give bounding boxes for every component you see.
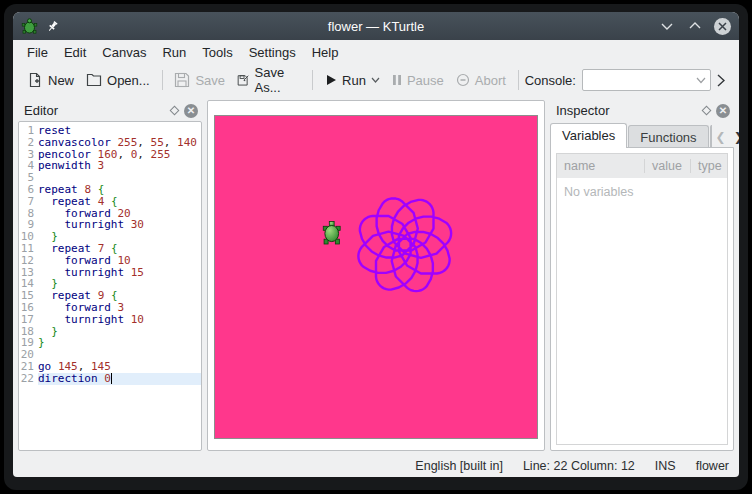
toolbar-separator	[518, 70, 519, 90]
variables-view: name value type No variables	[550, 147, 734, 451]
inspector-panel-header[interactable]: Inspector ✕	[550, 100, 734, 121]
no-variables-text: No variables	[557, 178, 727, 206]
editor-panel-header[interactable]: Editor ✕	[18, 100, 202, 121]
pause-button-label: Pause	[407, 73, 444, 88]
abort-icon	[456, 73, 470, 87]
window-title: flower — KTurtle	[13, 19, 739, 34]
pin-icon[interactable]	[46, 20, 59, 33]
code-editor[interactable]: 1reset2canvascolor 255, 55, 1403pencolor…	[18, 121, 202, 451]
run-button-label: Run	[342, 73, 366, 88]
main-area: Editor ✕ 1reset2canvascolor 255, 55, 140…	[13, 96, 739, 455]
pause-button[interactable]: Pause	[386, 69, 450, 92]
save-as-icon	[237, 72, 249, 88]
code-line[interactable]: 22direction 0	[19, 373, 201, 385]
column-name[interactable]: name	[557, 159, 645, 173]
open-folder-icon	[86, 72, 102, 88]
console-chevron-icon[interactable]	[696, 77, 706, 84]
text-cursor	[111, 373, 112, 384]
tab-scroll-left-icon[interactable]: ❮	[716, 130, 726, 144]
line-number: 22	[19, 373, 38, 385]
menu-bar: FileEditCanvasRunToolsSettingsHelp	[13, 40, 739, 64]
run-button[interactable]: Run	[319, 69, 386, 92]
line-number: 21	[19, 361, 38, 373]
new-button[interactable]: New	[21, 68, 80, 92]
column-type[interactable]: type	[691, 159, 729, 173]
save-button-label: Save	[195, 73, 225, 88]
save-as-button-label: Save As...	[255, 65, 301, 95]
variables-table-header: name value type	[557, 154, 727, 178]
open-button[interactable]: Open...	[80, 68, 156, 92]
abort-button[interactable]: Abort	[450, 69, 512, 92]
run-speed-chevron-icon[interactable]	[371, 77, 380, 83]
new-button-label: New	[48, 73, 74, 88]
window-frame: flower — KTurtle	[4, 4, 748, 490]
line-number: 11	[19, 243, 38, 255]
abort-button-label: Abort	[475, 73, 506, 88]
menu-item-help[interactable]: Help	[304, 42, 347, 63]
tab-functions[interactable]: Functions	[628, 125, 708, 148]
new-file-icon	[27, 72, 43, 88]
open-button-label: Open...	[107, 73, 150, 88]
editor-panel: Editor ✕ 1reset2canvascolor 255, 55, 140…	[18, 100, 202, 451]
toolbar-separator	[162, 70, 163, 90]
kturtle-app-icon	[21, 18, 38, 35]
inspector-tabs: Variables Functions ❮ ❯	[550, 123, 734, 148]
inspector-panel-title: Inspector	[556, 103, 609, 118]
save-icon	[174, 72, 190, 88]
console-input[interactable]	[582, 69, 711, 91]
editor-close-icon[interactable]: ✕	[184, 104, 198, 118]
status-language: English [built in]	[415, 459, 503, 473]
canvas-region	[207, 100, 545, 451]
title-bar[interactable]: flower — KTurtle	[13, 12, 739, 40]
status-bar: English [built in] Line: 22 Column: 12 I…	[13, 455, 739, 477]
column-value[interactable]: value	[645, 159, 691, 173]
code-line[interactable]: 18 }	[19, 326, 201, 338]
menu-item-settings[interactable]: Settings	[241, 42, 304, 63]
status-script-name: flower	[696, 459, 729, 473]
menu-item-edit[interactable]: Edit	[56, 42, 94, 63]
tab-scroll-right-icon[interactable]: ❯	[734, 130, 739, 144]
status-cursor-position: Line: 22 Column: 12	[523, 459, 635, 473]
menu-item-run[interactable]: Run	[154, 42, 194, 63]
inspector-close-icon[interactable]: ✕	[716, 104, 730, 118]
console-label: Console:	[525, 73, 576, 88]
minimize-button[interactable]	[658, 17, 676, 35]
status-input-mode: INS	[655, 459, 676, 473]
editor-float-icon[interactable]	[170, 106, 180, 116]
toolbar-overflow-button[interactable]	[711, 72, 731, 89]
turtle-canvas	[214, 115, 538, 439]
editor-panel-title: Editor	[24, 103, 58, 118]
inspector-panel: Inspector ✕ Variables Functions ❮ ❯	[550, 100, 734, 451]
pause-icon	[392, 74, 402, 86]
line-number: 2	[19, 137, 38, 149]
line-number: 7	[19, 196, 38, 208]
maximize-button[interactable]	[686, 17, 704, 35]
code-line[interactable]: 4penwidth 3	[19, 160, 201, 172]
tab-variables[interactable]: Variables	[550, 123, 627, 148]
toolbar-separator	[312, 70, 313, 90]
line-number: 16	[19, 302, 38, 314]
menu-item-canvas[interactable]: Canvas	[94, 42, 154, 63]
code-line[interactable]: 19}	[19, 337, 201, 349]
save-button[interactable]: Save	[168, 68, 231, 92]
line-number: 17	[19, 314, 38, 326]
line-number: 6	[19, 184, 38, 196]
variables-table: name value type No variables	[556, 153, 728, 445]
kturtle-window: flower — KTurtle	[13, 12, 739, 477]
save-as-button[interactable]: Save As...	[231, 61, 306, 99]
line-number: 12	[19, 255, 38, 267]
run-play-icon	[325, 74, 337, 86]
close-button[interactable]	[714, 18, 731, 35]
inspector-float-icon[interactable]	[702, 106, 712, 116]
toolbar: New Open... Save	[13, 64, 739, 96]
menu-item-file[interactable]: File	[19, 42, 56, 63]
menu-item-tools[interactable]: Tools	[194, 42, 240, 63]
